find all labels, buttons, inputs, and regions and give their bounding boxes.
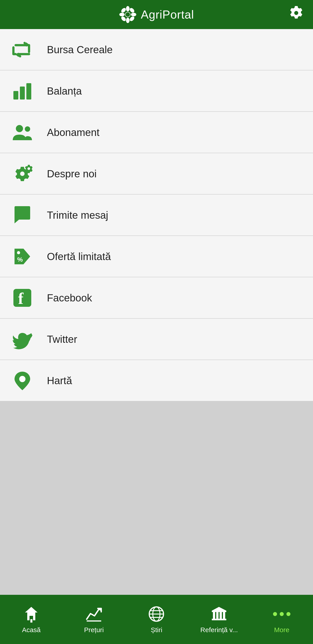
settings-icon[interactable]: [289, 5, 304, 24]
tab-label-more: More: [274, 626, 289, 634]
home-icon: [22, 605, 40, 623]
facebook-icon: f: [11, 287, 33, 309]
svg-rect-14: [20, 86, 25, 100]
menu-item-facebook[interactable]: f Facebook: [0, 277, 313, 319]
menu-item-harta[interactable]: Hartă: [0, 360, 313, 402]
svg-text:f: f: [18, 290, 24, 308]
menu-item-balanta[interactable]: Balanța: [0, 70, 313, 112]
svg-point-6: [129, 16, 135, 22]
svg-rect-34: [212, 611, 226, 612]
menu-item-oferta-limitata[interactable]: % Ofertă limitată: [0, 236, 313, 277]
menu-label-twitter: Twitter: [47, 333, 77, 345]
svg-point-10: [294, 11, 298, 15]
users-icon: [11, 121, 33, 144]
gray-spacer: [0, 402, 313, 595]
map-pin-icon: [11, 370, 33, 392]
svg-rect-38: [223, 612, 225, 619]
menu-label-trimite-mesaj: Trimite mesaj: [47, 209, 108, 221]
dot-1: [273, 612, 277, 616]
settings-duo-icon: [11, 162, 33, 185]
trend-icon: [85, 605, 103, 623]
menu-label-balanta: Balanța: [47, 85, 82, 97]
svg-marker-33: [212, 607, 226, 611]
menu-item-twitter[interactable]: Twitter: [0, 319, 313, 360]
bar-chart-icon: [11, 80, 33, 102]
svg-rect-35: [213, 612, 215, 619]
dot-3: [287, 612, 291, 616]
svg-point-4: [131, 13, 136, 16]
svg-point-24: [19, 376, 25, 382]
svg-point-1: [126, 6, 130, 12]
globe-icon: [148, 605, 166, 623]
svg-point-7: [129, 7, 135, 14]
svg-point-19: [27, 167, 30, 170]
menu-label-abonament: Abonament: [47, 126, 99, 138]
svg-point-18: [20, 172, 24, 176]
tab-stiri[interactable]: Știri: [125, 605, 188, 634]
svg-point-9: [126, 12, 130, 17]
svg-point-16: [16, 125, 23, 132]
svg-point-17: [25, 126, 30, 132]
tab-acasa[interactable]: Acasă: [0, 605, 62, 634]
tab-preturi[interactable]: Prețuri: [62, 605, 125, 634]
header: AgriPortal: [0, 0, 313, 29]
agriportal-logo-icon: [119, 6, 137, 24]
tag-icon: %: [11, 245, 33, 268]
app-title: AgriPortal: [141, 8, 194, 21]
menu-label-oferta-limitata: Ofertă limitată: [47, 250, 111, 262]
tab-bar: Acasă Prețuri Știri: [0, 595, 313, 644]
dot-2: [280, 612, 284, 616]
svg-point-8: [120, 16, 127, 22]
menu-label-facebook: Facebook: [47, 292, 92, 304]
tab-label-stiri: Știri: [151, 626, 162, 634]
svg-rect-13: [13, 91, 18, 100]
svg-text:%: %: [17, 256, 23, 263]
bank-icon: [210, 605, 228, 623]
message-icon: [11, 204, 33, 226]
exchange-icon: [11, 38, 33, 61]
dots-icon: [273, 605, 291, 623]
svg-rect-26: [30, 619, 32, 622]
tab-label-referinta: Referință v...: [200, 626, 238, 634]
svg-rect-37: [220, 612, 222, 619]
svg-point-3: [119, 13, 125, 16]
menu-item-trimite-mesaj[interactable]: Trimite mesaj: [0, 194, 313, 236]
tab-label-preturi: Prețuri: [84, 626, 104, 634]
svg-marker-25: [25, 607, 37, 620]
logo: AgriPortal: [119, 6, 194, 24]
twitter-icon: [11, 328, 33, 350]
tab-more[interactable]: More: [251, 605, 313, 634]
menu-item-abonament[interactable]: Abonament: [0, 112, 313, 153]
menu-item-despre-noi[interactable]: Despre noi: [0, 153, 313, 194]
svg-rect-39: [212, 619, 226, 620]
menu-item-bursa-cereale[interactable]: Bursa Cereale: [0, 29, 313, 70]
tab-label-acasa: Acasă: [22, 626, 40, 634]
menu-label-bursa-cereale: Bursa Cereale: [47, 44, 113, 56]
svg-point-2: [126, 18, 130, 23]
svg-point-20: [17, 251, 20, 254]
menu-list: Bursa Cereale Balanța Abonament: [0, 29, 313, 595]
svg-rect-36: [216, 612, 219, 619]
svg-rect-15: [26, 83, 31, 100]
menu-label-harta: Hartă: [47, 374, 72, 386]
tab-referinta[interactable]: Referință v...: [188, 605, 251, 634]
svg-point-5: [120, 7, 127, 14]
menu-label-despre-noi: Despre noi: [47, 168, 96, 180]
